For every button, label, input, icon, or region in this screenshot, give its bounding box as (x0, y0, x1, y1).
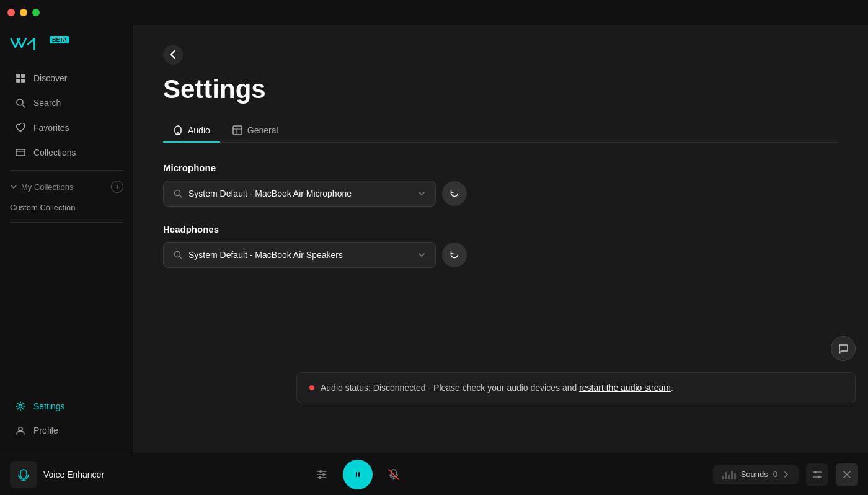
main-content: Settings Audio G (133, 25, 868, 453)
svg-rect-1 (21, 74, 25, 78)
mic-off-icon (388, 468, 400, 481)
chat-button[interactable] (831, 336, 856, 361)
sounds-bars (722, 470, 736, 479)
sound-bar-5 (734, 473, 736, 479)
title-bar (0, 0, 868, 25)
settings-bottom-button[interactable] (806, 463, 828, 486)
svg-point-26 (322, 473, 325, 476)
sounds-count: 0 (773, 470, 777, 479)
add-collection-button[interactable]: + (111, 181, 123, 193)
my-collections-label: My Collections (21, 182, 74, 192)
microphone-refresh-button[interactable] (442, 181, 467, 206)
mic-search-icon (174, 189, 182, 198)
sidebar-item-profile[interactable]: Profile (5, 419, 128, 442)
heart-icon (15, 122, 26, 133)
eq-button[interactable] (311, 463, 333, 486)
voice-enhancer-icon-box (10, 461, 37, 488)
status-message: Audio status: Disconnected - Please chec… (321, 383, 579, 393)
beta-badge: BETA (50, 36, 69, 43)
search-icon (15, 97, 26, 109)
svg-rect-2 (16, 79, 20, 82)
restart-audio-link[interactable]: restart the audio stream (579, 383, 671, 393)
app-logo (10, 35, 47, 53)
svg-point-35 (814, 471, 817, 473)
general-icon (232, 125, 242, 135)
sidebar-item-discover[interactable]: Discover (5, 66, 128, 90)
headphones-section: Headphones System Default - MacBook Air … (163, 224, 838, 268)
svg-rect-0 (16, 74, 20, 78)
headphones-value: System Default - MacBook Air Speakers (188, 250, 412, 260)
sidebar-bottom: Settings Profile (0, 394, 133, 443)
svg-line-5 (22, 105, 25, 107)
svg-point-25 (319, 470, 322, 473)
page-title: Settings (163, 74, 838, 104)
minimize-button[interactable] (20, 9, 27, 16)
headphones-row: System Default - MacBook Air Speakers (163, 242, 838, 268)
svg-point-36 (818, 476, 820, 478)
chevron-down-icon-2 (418, 251, 425, 259)
microphone-section: Microphone System Default - MacBook Air … (163, 163, 838, 207)
chevron-down-icon (10, 183, 17, 190)
mic-off-button[interactable] (383, 463, 405, 486)
sounds-section[interactable]: Sounds 0 (713, 465, 799, 484)
sidebar-item-favorites[interactable]: Favorites (5, 116, 128, 140)
collections-label: Collections (33, 148, 76, 158)
chevron-down-icon (418, 190, 425, 197)
play-icon (351, 468, 365, 481)
svg-point-27 (319, 476, 321, 479)
custom-collection-item[interactable]: Custom Collection (0, 198, 133, 217)
sidebar-divider-2 (10, 222, 123, 223)
microphone-label: Microphone (163, 163, 838, 173)
sidebar: BETA Discover Search (0, 25, 133, 453)
logo-area: BETA (0, 35, 133, 66)
voice-enhancer-section: Voice Enhancer (10, 461, 303, 488)
svg-rect-3 (21, 79, 25, 82)
maximize-button[interactable] (32, 9, 40, 16)
back-button[interactable] (163, 45, 183, 65)
sounds-chevron-icon (782, 471, 790, 478)
sound-bar-1 (722, 476, 724, 479)
svg-point-8 (19, 405, 22, 408)
sidebar-item-search[interactable]: Search (5, 91, 128, 115)
close-button[interactable] (7, 9, 15, 16)
sidebar-item-collections[interactable]: Collections (5, 141, 128, 164)
status-bar: Audio status: Disconnected - Please chec… (296, 372, 856, 403)
play-button[interactable] (343, 460, 373, 489)
hp-search-icon (174, 251, 182, 259)
close-panel-button[interactable] (836, 463, 858, 486)
microphone-dropdown[interactable]: System Default - MacBook Air Microphone (163, 181, 436, 207)
sidebar-item-settings[interactable]: Settings (5, 395, 128, 418)
sliders-icon (812, 470, 822, 479)
headphones-dropdown[interactable]: System Default - MacBook Air Speakers (163, 242, 436, 268)
profile-label: Profile (33, 426, 58, 435)
my-collections-header[interactable]: My Collections + (0, 176, 133, 198)
favorites-label: Favorites (33, 123, 69, 133)
svg-line-19 (180, 257, 182, 259)
svg-rect-13 (233, 126, 242, 135)
chat-icon (838, 343, 849, 354)
tab-general[interactable]: General (223, 119, 288, 143)
x-icon (843, 470, 851, 479)
app-body: BETA Discover Search (0, 25, 868, 453)
sidebar-divider (10, 170, 123, 171)
sound-bar-2 (725, 472, 727, 479)
collection-icon (15, 147, 26, 158)
headphones-refresh-button[interactable] (442, 243, 467, 267)
bottom-controls (311, 460, 405, 489)
general-tab-label: General (247, 125, 278, 135)
bottom-bar: Voice Enhancer (0, 453, 868, 495)
svg-rect-6 (16, 149, 25, 156)
tab-audio[interactable]: Audio (163, 119, 220, 143)
voice-enhancer-label: Voice Enhancer (43, 470, 104, 479)
audio-tab-label: Audio (188, 125, 210, 135)
svg-point-28 (352, 468, 364, 481)
voice-enhancer-icon (17, 468, 30, 481)
svg-line-17 (180, 195, 182, 198)
status-text: Audio status: Disconnected - Please chec… (321, 383, 673, 393)
sound-bar-3 (728, 475, 730, 479)
svg-rect-30 (358, 472, 360, 477)
svg-rect-29 (356, 472, 357, 477)
status-indicator (309, 385, 314, 390)
sounds-label: Sounds (741, 470, 768, 479)
headphones-label: Headphones (163, 224, 838, 234)
